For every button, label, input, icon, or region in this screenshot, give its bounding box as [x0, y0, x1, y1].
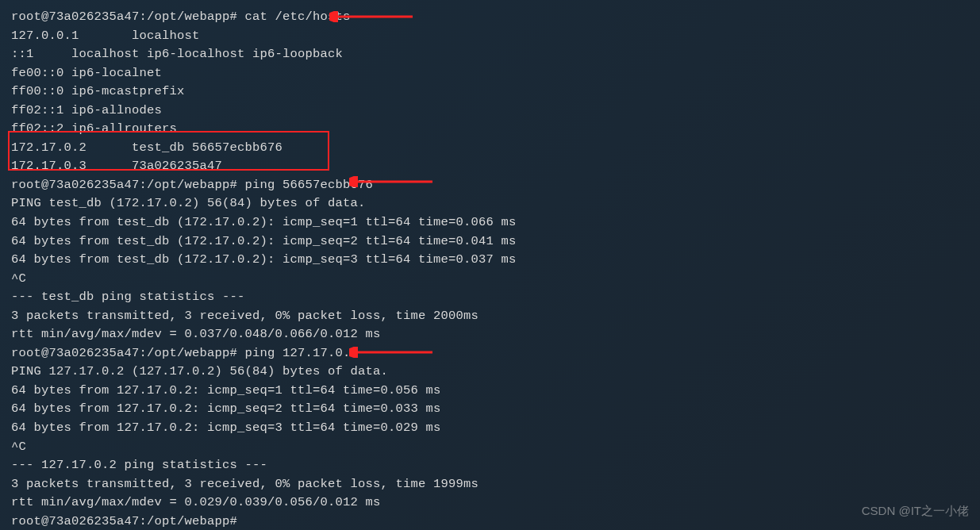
- ping-output: 64 bytes from 127.17.0.2: icmp_seq=2 ttl…: [11, 400, 969, 419]
- ping-output: 3 packets transmitted, 3 received, 0% pa…: [11, 475, 969, 494]
- ping-output: PING 127.17.0.2 (127.17.0.2) 56(84) byte…: [11, 363, 969, 382]
- hosts-line: ff02::2 ip6-allrouters: [11, 120, 969, 139]
- hosts-line: fe00::0 ip6-localnet: [11, 64, 969, 83]
- ping-output: 3 packets transmitted, 3 received, 0% pa…: [11, 307, 969, 326]
- ping-output: PING test_db (172.17.0.2) 56(84) bytes o…: [11, 194, 969, 213]
- ping-output: 64 bytes from test_db (172.17.0.2): icmp…: [11, 213, 969, 232]
- ping-output: ^C: [11, 438, 969, 457]
- hosts-line: ::1 localhost ip6-localhost ip6-loopback: [11, 45, 969, 64]
- ping-output: 64 bytes from test_db (172.17.0.2): icmp…: [11, 232, 969, 252]
- watermark: CSDN @IT之一小佬: [862, 502, 969, 520]
- ping-output: 64 bytes from test_db (172.17.0.2): icmp…: [11, 251, 969, 270]
- shell-prompt[interactable]: root@73a026235a47:/opt/webapp#: [11, 513, 969, 530]
- command-ping-hostname: root@73a026235a47:/opt/webapp# ping 5665…: [11, 176, 969, 195]
- ping-output: rtt min/avg/max/mdev = 0.037/0.048/0.066…: [11, 325, 969, 344]
- hosts-line: 172.17.0.3 73a026235a47: [11, 157, 969, 176]
- hosts-line: 127.0.0.1 localhost: [11, 27, 969, 46]
- command-ping-ip: root@73a026235a47:/opt/webapp# ping 127.…: [11, 344, 969, 363]
- command-cat-hosts: root@73a026235a47:/opt/webapp# cat /etc/…: [11, 8, 969, 27]
- ping-output: 64 bytes from 127.17.0.2: icmp_seq=3 ttl…: [11, 419, 969, 438]
- hosts-line: 172.17.0.2 test_db 56657ecbb676: [11, 139, 969, 158]
- ping-output: rtt min/avg/max/mdev = 0.029/0.039/0.056…: [11, 494, 969, 513]
- ping-output: 64 bytes from 127.17.0.2: icmp_seq=1 ttl…: [11, 382, 969, 401]
- ping-output: --- 127.17.0.2 ping statistics ---: [11, 456, 969, 475]
- ping-output: ^C: [11, 270, 969, 289]
- hosts-line: ff00::0 ip6-mcastprefix: [11, 83, 969, 102]
- hosts-line: ff02::1 ip6-allnodes: [11, 102, 969, 121]
- ping-output: --- test_db ping statistics ---: [11, 288, 969, 307]
